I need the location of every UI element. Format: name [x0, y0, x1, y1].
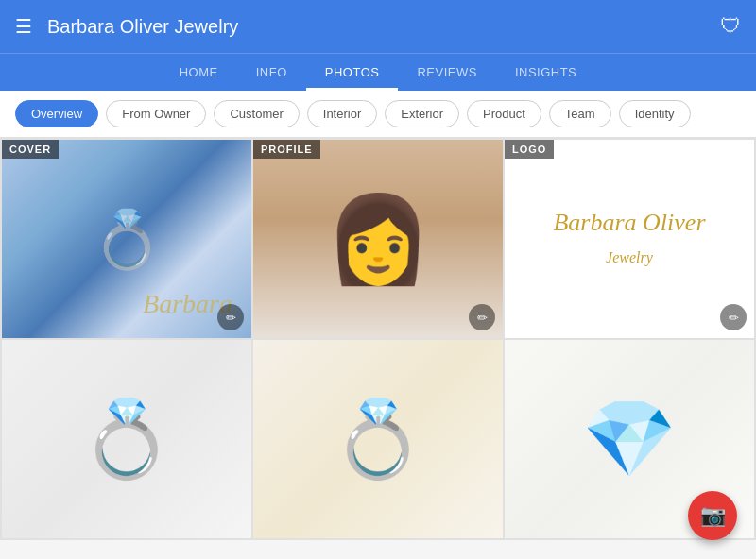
tab-reviews[interactable]: REVIEWS: [398, 54, 495, 91]
nav-tabs: HOME INFO PHOTOS REVIEWS INSIGHTS: [0, 53, 756, 91]
photo-logo[interactable]: Barbara OliverJewelry LOGO ✏: [505, 140, 754, 338]
logo-edit-button[interactable]: ✏: [720, 304, 747, 330]
tab-photos[interactable]: PHOTOS: [306, 54, 399, 91]
cover-label: COVER: [2, 140, 59, 159]
app-title: Barbara Oliver Jewelry: [47, 16, 238, 38]
photo-ring2[interactable]: [253, 340, 503, 538]
fab-camera-button[interactable]: 📷: [688, 491, 737, 540]
logo-label: LOGO: [505, 140, 554, 159]
photo-grid: Barbara COVER ✏ PROFILE ✏ Barbara Oliver…: [0, 138, 756, 540]
cover-edit-button[interactable]: ✏: [217, 304, 244, 330]
pill-team[interactable]: Team: [549, 100, 611, 127]
profile-label: PROFILE: [253, 140, 320, 159]
tab-insights[interactable]: INSIGHTS: [496, 54, 595, 91]
header-left: ☰ Barbara Oliver Jewelry: [15, 15, 238, 38]
pill-customer[interactable]: Customer: [214, 100, 299, 127]
cover-image: Barbara: [2, 140, 251, 338]
ring2-image: [253, 340, 503, 538]
tab-info[interactable]: INFO: [237, 54, 306, 91]
pill-interior[interactable]: Interior: [307, 100, 377, 127]
filter-bar: Overview From Owner Customer Interior Ex…: [0, 91, 756, 138]
app-header: ☰ Barbara Oliver Jewelry 🛡: [0, 0, 756, 53]
pill-product[interactable]: Product: [467, 100, 541, 127]
pill-exterior[interactable]: Exterior: [385, 100, 459, 127]
profile-image: [253, 140, 503, 338]
photo-profile[interactable]: PROFILE ✏: [253, 140, 503, 338]
profile-edit-button[interactable]: ✏: [469, 304, 495, 330]
photo-cover[interactable]: Barbara COVER ✏: [2, 140, 251, 338]
ring1-image: [2, 340, 251, 538]
logo-text: Barbara OliverJewelry: [553, 207, 705, 271]
hamburger-icon[interactable]: ☰: [15, 15, 32, 38]
pill-from-owner[interactable]: From Owner: [106, 100, 206, 127]
tab-home[interactable]: HOME: [161, 54, 237, 91]
pill-identity[interactable]: Identity: [619, 100, 691, 127]
pill-overview[interactable]: Overview: [15, 100, 98, 127]
shield-icon[interactable]: 🛡: [720, 14, 741, 39]
photo-ring1[interactable]: [2, 340, 251, 538]
logo-image: Barbara OliverJewelry: [505, 140, 754, 338]
